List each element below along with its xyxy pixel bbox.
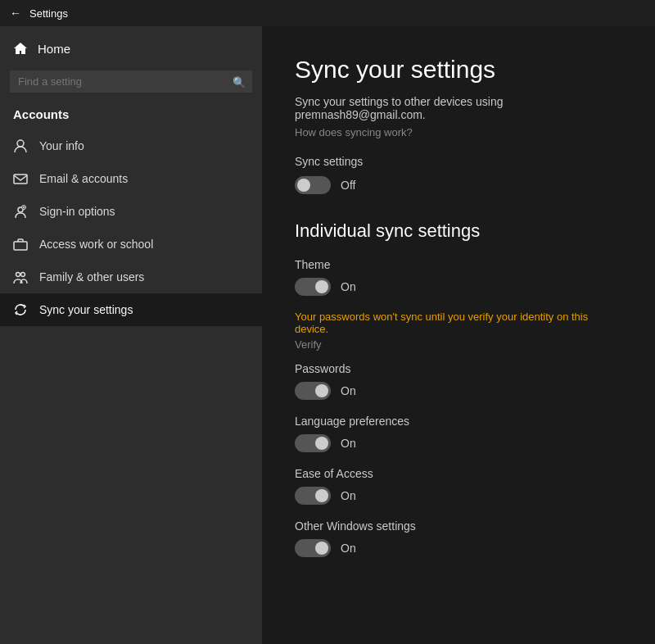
- svg-point-0: [17, 140, 24, 147]
- sidebar-section-label: Accounts: [0, 102, 262, 129]
- sync-toggle[interactable]: [295, 176, 331, 194]
- svg-rect-6: [14, 242, 27, 250]
- theme-state: On: [341, 280, 356, 293]
- toggle-knob: [315, 489, 328, 502]
- sidebar-item-email[interactable]: Email & accounts: [0, 162, 262, 195]
- ease-toggle[interactable]: [295, 487, 331, 505]
- language-toggle-row: On: [295, 434, 622, 452]
- sync-subtitle: Sync your settings to other devices usin…: [295, 95, 622, 121]
- title-bar: ← Settings: [0, 0, 655, 26]
- svg-point-7: [16, 273, 20, 277]
- ease-toggle-row: On: [295, 487, 622, 505]
- passwords-toggle[interactable]: [295, 382, 331, 400]
- other-toggle-row: On: [295, 539, 622, 557]
- sync-settings-label: Sync settings: [295, 155, 622, 168]
- language-toggle[interactable]: [295, 434, 331, 452]
- signin-icon: [13, 204, 28, 219]
- sidebar-item-work[interactable]: Access work or school: [0, 228, 262, 261]
- passwords-toggle-row: On: [295, 382, 622, 400]
- home-label: Home: [38, 42, 70, 56]
- email-icon: [13, 171, 28, 186]
- sidebar-search[interactable]: 🔍: [10, 70, 252, 93]
- other-label: Other Windows settings: [295, 519, 622, 533]
- family-icon: [13, 270, 28, 284]
- theme-toggle-row: On: [295, 278, 622, 296]
- individual-sync-title: Individual sync settings: [295, 220, 622, 242]
- sync-label: Sync your settings: [39, 303, 133, 316]
- search-icon: 🔍: [233, 75, 246, 88]
- verify-link[interactable]: Verify: [295, 338, 622, 351]
- language-state: On: [341, 437, 356, 450]
- sidebar-item-signin[interactable]: Sign-in options: [0, 195, 262, 228]
- sync-item-passwords: Passwords On: [295, 362, 622, 400]
- passwords-state: On: [341, 384, 356, 397]
- work-icon: [13, 237, 28, 252]
- family-label: Family & other users: [39, 270, 144, 283]
- toggle-knob: [315, 437, 328, 450]
- sync-state-label: Off: [341, 179, 355, 192]
- your-info-icon: [13, 138, 28, 153]
- toggle-knob: [297, 179, 310, 192]
- sidebar: Home 🔍 Accounts Your info Em: [0, 26, 262, 644]
- page-title: Sync your settings: [295, 56, 622, 84]
- svg-point-8: [21, 273, 25, 277]
- svg-rect-1: [14, 175, 27, 184]
- sync-icon: [13, 302, 28, 317]
- sync-toggle-row: Off: [295, 176, 622, 194]
- sync-item-language: Language preferences On: [295, 415, 622, 452]
- toggle-knob: [315, 542, 328, 555]
- search-input[interactable]: [10, 70, 252, 93]
- main-layout: Home 🔍 Accounts Your info Em: [0, 26, 655, 644]
- theme-toggle[interactable]: [295, 278, 331, 296]
- passwords-label: Passwords: [295, 362, 622, 375]
- ease-state: On: [341, 489, 356, 502]
- title-bar-title: Settings: [29, 7, 68, 20]
- toggle-knob: [315, 384, 328, 397]
- email-label: Email & accounts: [39, 172, 128, 185]
- sync-item-ease: Ease of Access On: [295, 467, 622, 505]
- signin-label: Sign-in options: [39, 205, 115, 218]
- your-info-label: Your info: [39, 139, 84, 152]
- back-button[interactable]: ←: [10, 7, 21, 20]
- section-divider: [295, 201, 622, 220]
- other-toggle[interactable]: [295, 539, 331, 557]
- toggle-knob: [315, 280, 328, 293]
- sync-item-theme: Theme On: [295, 258, 622, 296]
- sidebar-item-your-info[interactable]: Your info: [0, 129, 262, 162]
- sync-item-other: Other Windows settings On: [295, 519, 622, 557]
- language-label: Language preferences: [295, 415, 622, 428]
- work-label: Access work or school: [39, 238, 153, 251]
- sidebar-item-sync[interactable]: Sync your settings: [0, 293, 262, 326]
- sidebar-item-home[interactable]: Home: [0, 33, 262, 64]
- other-state: On: [341, 542, 356, 555]
- sidebar-item-family[interactable]: Family & other users: [0, 261, 262, 293]
- password-warning: Your passwords won't sync until you veri…: [295, 311, 622, 335]
- content-area: Sync your settings Sync your settings to…: [262, 26, 655, 644]
- home-icon: [13, 41, 28, 56]
- ease-label: Ease of Access: [295, 467, 622, 480]
- theme-label: Theme: [295, 258, 622, 271]
- how-syncing-link[interactable]: How does syncing work?: [295, 126, 622, 138]
